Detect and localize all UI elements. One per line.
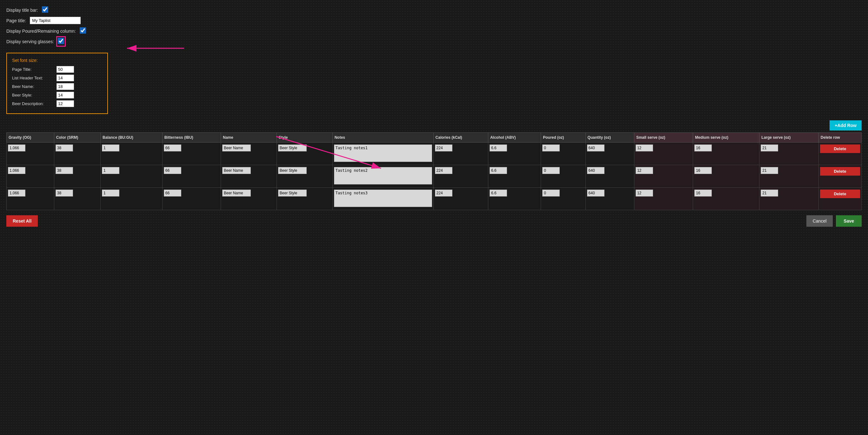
input-bitterness-0[interactable]: [164, 145, 181, 151]
input-calories-2[interactable]: [435, 190, 453, 196]
input-large_serve-1[interactable]: [761, 167, 778, 174]
input-small_serve-1[interactable]: [636, 167, 653, 174]
input-poured-1[interactable]: [542, 167, 560, 174]
display-poured-row: Display Poured/Remaining column:: [6, 27, 862, 35]
cell-small_serve-0: [634, 143, 693, 165]
cell-poured-2: [541, 188, 585, 210]
input-style-1[interactable]: [278, 167, 307, 174]
cell-bitterness-2: [162, 188, 221, 210]
font-size-fields: Page Title: List Header Text: Beer Name:…: [12, 66, 102, 107]
font-size-list-header-input[interactable]: [57, 74, 74, 81]
input-notes-0[interactable]: Tasting notes1: [334, 145, 432, 162]
font-size-beer-name-row: Beer Name:: [12, 83, 102, 90]
cell-medium_serve-0: [693, 143, 760, 165]
cell-notes-2: Tasting notes3: [332, 188, 433, 210]
beer-table: Gravity (OG) Color (SRM) Balance (BU:GU)…: [6, 132, 862, 210]
table-body: Tasting notes1DeleteTasting notes2Delete…: [7, 143, 862, 210]
page-title-input[interactable]: [30, 17, 81, 24]
input-color-0[interactable]: [56, 145, 73, 151]
delete-row-button-2[interactable]: Delete: [820, 190, 860, 198]
input-quantity-0[interactable]: [587, 145, 604, 151]
save-button[interactable]: Save: [836, 215, 862, 227]
cell-delete-0: Delete: [818, 143, 861, 165]
cell-notes-0: Tasting notes1: [332, 143, 433, 165]
cell-gravity-0: [7, 143, 54, 165]
input-medium_serve-2[interactable]: [694, 190, 712, 196]
cell-color-1: [54, 165, 100, 188]
display-glasses-checkbox[interactable]: [58, 38, 64, 44]
footer: Reset All Cancel Save: [6, 215, 862, 227]
font-size-section: Set font size: Page Title: List Header T…: [6, 53, 108, 114]
cell-name-1: [221, 165, 277, 188]
input-color-1[interactable]: [56, 167, 73, 174]
input-style-0[interactable]: [278, 145, 307, 151]
footer-right-buttons: Cancel Save: [806, 215, 862, 227]
input-alcohol-1[interactable]: [490, 167, 507, 174]
input-style-2[interactable]: [278, 190, 307, 196]
input-bitterness-1[interactable]: [164, 167, 181, 174]
input-alcohol-2[interactable]: [490, 190, 507, 196]
input-name-0[interactable]: [222, 145, 251, 151]
input-notes-1[interactable]: Tasting notes2: [334, 167, 432, 184]
table-row: Tasting notes3Delete: [7, 188, 862, 210]
reset-all-button[interactable]: Reset All: [6, 215, 38, 227]
font-size-beer-style-label: Beer Style:: [12, 93, 57, 97]
font-size-beer-style-input[interactable]: [57, 92, 74, 98]
input-gravity-0[interactable]: [8, 145, 25, 151]
font-size-beer-style-row: Beer Style:: [12, 92, 102, 98]
input-balance-0[interactable]: [102, 145, 119, 151]
font-size-beer-desc-label: Beer Description:: [12, 101, 57, 106]
input-balance-1[interactable]: [102, 167, 119, 174]
display-title-bar-row: Display title bar:: [6, 6, 862, 14]
cell-large_serve-0: [760, 143, 819, 165]
input-color-2[interactable]: [56, 190, 73, 196]
input-large_serve-2[interactable]: [761, 190, 778, 196]
cell-style-1: [277, 165, 332, 188]
delete-row-button-0[interactable]: Delete: [820, 145, 860, 153]
input-small_serve-0[interactable]: [636, 145, 653, 151]
table-row: Tasting notes2Delete: [7, 165, 862, 188]
display-poured-checkbox[interactable]: [80, 27, 86, 34]
col-small-serve: Small serve (oz): [634, 133, 693, 143]
font-size-beer-desc-row: Beer Description:: [12, 100, 102, 107]
cell-gravity-1: [7, 165, 54, 188]
font-size-beer-name-input[interactable]: [57, 83, 74, 90]
input-name-2[interactable]: [222, 190, 251, 196]
input-medium_serve-0[interactable]: [694, 145, 712, 151]
input-calories-1[interactable]: [435, 167, 453, 174]
cell-calories-1: [433, 165, 488, 188]
input-quantity-1[interactable]: [587, 167, 604, 174]
input-quantity-2[interactable]: [587, 190, 604, 196]
font-size-page-title-input[interactable]: [57, 66, 74, 73]
col-color: Color (SRM): [54, 133, 100, 143]
col-delete: Delete row: [818, 133, 861, 143]
input-small_serve-2[interactable]: [636, 190, 653, 196]
input-notes-2[interactable]: Tasting notes3: [334, 190, 432, 207]
col-balance: Balance (BU:GU): [101, 133, 162, 143]
beer-table-container: Gravity (OG) Color (SRM) Balance (BU:GU)…: [6, 132, 862, 210]
font-size-list-header-label: List Header Text:: [12, 75, 57, 80]
display-title-bar-checkbox[interactable]: [42, 6, 48, 13]
cell-calories-0: [433, 143, 488, 165]
input-large_serve-0[interactable]: [761, 145, 778, 151]
input-gravity-1[interactable]: [8, 167, 25, 174]
input-balance-2[interactable]: [102, 190, 119, 196]
cell-bitterness-1: [162, 165, 221, 188]
cell-alcohol-0: [488, 143, 541, 165]
input-name-1[interactable]: [222, 167, 251, 174]
input-medium_serve-1[interactable]: [694, 167, 712, 174]
input-poured-2[interactable]: [542, 190, 560, 196]
delete-row-button-1[interactable]: Delete: [820, 167, 860, 176]
cell-medium_serve-1: [693, 165, 760, 188]
cancel-button[interactable]: Cancel: [806, 215, 833, 227]
input-calories-0[interactable]: [435, 145, 453, 151]
settings-section: Display title bar: Page title: Display P…: [6, 6, 862, 45]
cell-small_serve-2: [634, 188, 693, 210]
input-gravity-2[interactable]: [8, 190, 25, 196]
input-poured-0[interactable]: [542, 145, 560, 151]
font-size-beer-desc-input[interactable]: [57, 100, 74, 107]
col-poured: Poured (oz): [541, 133, 585, 143]
input-bitterness-2[interactable]: [164, 190, 181, 196]
input-alcohol-0[interactable]: [490, 145, 507, 151]
add-row-button[interactable]: +Add Row: [830, 120, 862, 130]
